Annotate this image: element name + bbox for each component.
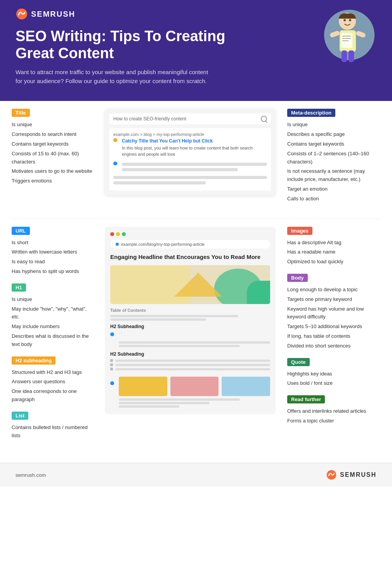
h1-item-2: May include "how", "why", "what", etc. [12,305,93,321]
toc-label: Table of Contents [110,308,270,313]
title-item-3: Contains target keywords [12,140,93,148]
footer-url: semrush.com [16,472,46,478]
list-list: Contains bulleted lists / numbered lists [12,424,93,440]
read-further-list: Offers and interlinks related articles F… [287,407,380,425]
h1-item-4: Describes what is discussed in the text … [12,332,93,349]
meta-item-3: Contains target keywords [287,140,380,148]
h2-subheading-2: H2 Subheading [110,351,270,357]
h2-item-1: Structured with H2 and H3 tags [12,368,93,377]
meta-item-7: Calls to action [287,195,380,203]
meta-section: Meta-description Is unique Describes a s… [287,109,380,203]
window-dot-green [122,232,126,236]
h2-item-2: Answers user questions [12,378,93,386]
title-label: Title [12,109,30,117]
article-mockup: example.com/blog/my-top-performing-artic… [105,227,276,415]
list-bullet-3 [110,368,270,370]
body-item-5: If long, has table of contents [287,332,380,341]
right-col-2: Images Has a descriptive Alt tag Has a r… [283,227,380,433]
h2-subheading-1: H2 Subheading [110,324,270,329]
images-item-1: Has a descriptive Alt tag [287,239,380,247]
title-item-4: Consists of 15 to 40 (max. 60) character… [12,150,93,166]
quote-list: Highlights key ideas Uses bold / font si… [287,370,380,388]
search-text: How to create SEO-friendly content [113,116,258,122]
url-list: Is short Written with lowercase letters … [12,239,93,276]
left-col-2: URL Is short Written with lowercase lett… [12,227,97,448]
list-section: List Contains bulleted lists / numbered … [12,412,93,440]
title-dot [113,138,117,142]
first-section: Title Is unique Corresponds to search in… [0,101,392,218]
body-item-1: Long enough to develop a topic [287,286,380,294]
body-item-3: Keyword has high volume and low keyword … [287,305,380,321]
url-item-3: Is easy to read [12,258,93,266]
footer-logo-text: SEMRUSH [340,471,376,478]
title-item-5: Motivates users to go to the website [12,167,93,176]
browser-content: example.com > blog > my-top-performing-a… [109,128,271,191]
h1-item-3: May include numbers [12,323,93,331]
quote-item-1: Highlights key ideas [287,370,380,378]
thumbnails-dot [110,381,114,385]
meta-item-5: Is not necessarily a sentence (may inclu… [287,167,380,184]
images-list: Has a descriptive Alt tag Has a readable… [287,239,380,266]
meta-item-2: Describes a specific page [287,130,380,139]
title-section: Title Is unique Corresponds to search in… [12,109,93,185]
window-dots [110,232,270,236]
svg-rect-12 [342,50,347,62]
url-item-1: Is short [12,239,93,247]
list-bar-1 [115,360,270,362]
gray-bar-3 [113,176,267,179]
thumb-3 [222,377,270,396]
read-further-section: Read further Offers and interlinks relat… [287,395,380,425]
search-icon [261,116,267,122]
list-label: List [12,412,28,420]
body-item-6: Divided into short sentences [287,342,380,350]
quote-bar-1 [119,341,270,344]
thumb-2 [170,377,219,396]
body-label: Body [287,274,308,282]
url-item-4: Has hyphens to split up words [12,268,93,276]
bullet-sq-icon [110,359,113,362]
h1-label: H1 [12,283,26,292]
meta-dot [113,162,117,165]
title-column: Title Is unique Corresponds to search in… [12,109,97,193]
title-list: Is unique Corresponds to search intent C… [12,121,93,185]
quote-area: " [110,331,270,348]
svg-point-3 [343,19,346,21]
images-item-2: Has a readable name [287,248,380,256]
url-label: URL [12,227,30,235]
toc-bar-2 [110,318,206,321]
title-item-1: Is unique [12,121,93,129]
browser-mockup: How to create SEO-friendly content examp… [105,109,276,195]
list-bullet-1 [110,359,270,362]
semrush-logo-icon [16,8,28,20]
url-item-2: Written with lowercase letters [12,248,93,256]
bullet-sq-icon [110,368,113,370]
read-further-label: Read further [287,395,325,403]
article-headline: Engaging Headline that Encourages You to… [110,253,270,261]
h1-section: H1 Is unique May include "how", "why", "… [12,283,93,349]
images-label: Images [287,227,312,235]
article-list [110,359,270,370]
bullet-sq-icon [110,363,113,366]
title-item-2: Corresponds to search intent [12,130,93,139]
footer-logo-icon [326,469,337,480]
header-illustration [303,4,376,79]
images-section: Images Has a descriptive Alt tag Has a r… [287,227,380,266]
quote-section: Quote Highlights key ideas Uses bold / f… [287,358,380,388]
list-bullet-2 [110,363,270,366]
search-bar: How to create SEO-friendly content [109,113,271,124]
h2-dot-1 [110,332,114,336]
quote-bar-2 [119,345,240,347]
body-list: Long enough to develop a topic Targets o… [287,286,380,350]
gray-bar-1 [122,163,267,166]
footer-bar-1 [119,398,240,401]
list-item-1: Contains bulleted lists / numbered lists [12,424,93,440]
h2-item-3: One idea corresponds to one paragraph [12,388,93,404]
read-further-item-2: Forms a topic cluster [287,417,380,425]
meta-item-1: Is unique [287,121,380,129]
meta-column: Meta-description Is unique Describes a s… [283,109,380,210]
body-item-4: Targets 5–10 additional keywords [287,323,380,331]
meta-item-6: Target an emotion [287,185,380,193]
thumbnails-with-dot [110,374,270,409]
list-bar-2 [115,364,270,366]
footer-bar-2 [119,402,210,404]
